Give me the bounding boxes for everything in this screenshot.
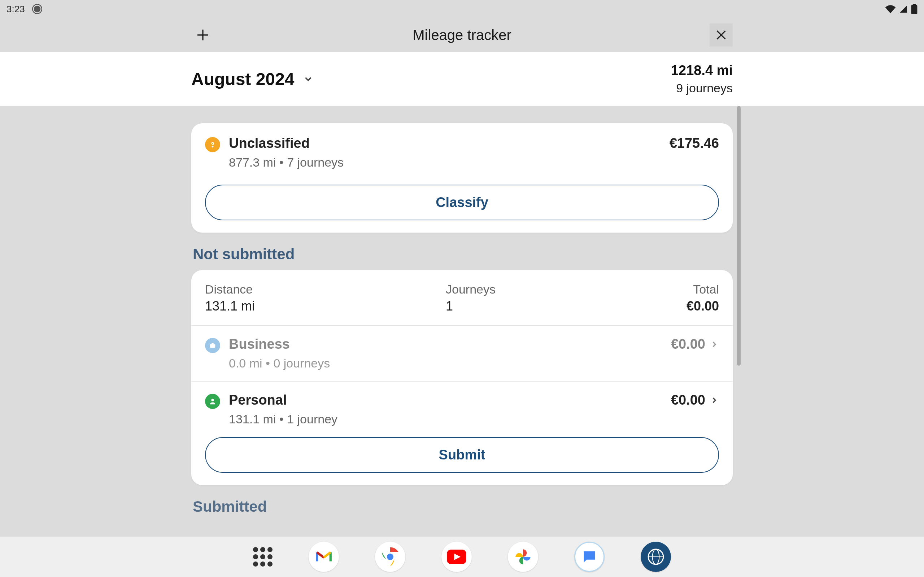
- month-label: August 2024: [191, 69, 294, 89]
- svg-rect-1: [911, 5, 918, 14]
- personal-row[interactable]: Personal 131.1 mi • 1 journey €0.00: [205, 392, 719, 426]
- chevron-right-icon: [709, 396, 719, 405]
- chevron-down-icon: [303, 74, 313, 84]
- classify-button[interactable]: Classify: [205, 185, 719, 220]
- not-submitted-card: Distance 131.1 mi Journeys 1 Total €0.00: [191, 270, 733, 485]
- not-submitted-heading: Not submitted: [193, 246, 733, 263]
- business-amount: €0.00: [671, 337, 705, 352]
- unclassified-amount: €175.46: [670, 135, 719, 151]
- question-icon: [205, 137, 220, 152]
- app-drawer-icon[interactable]: [253, 547, 273, 567]
- svg-point-10: [211, 399, 214, 401]
- personal-subtitle: 131.1 mi • 1 journey: [229, 412, 338, 426]
- signal-icon: [899, 5, 908, 13]
- business-title: Business: [229, 337, 330, 352]
- total-label: Total: [687, 282, 719, 297]
- journeys-label: Journeys: [446, 282, 496, 297]
- close-button[interactable]: [709, 23, 733, 47]
- gmail-icon[interactable]: [309, 542, 339, 572]
- divider: [191, 325, 733, 326]
- briefcase-icon: [205, 338, 220, 353]
- unclassified-card: Unclassified 877.3 mi • 7 journeys €175.…: [191, 123, 733, 233]
- status-time: 3:23: [6, 3, 25, 15]
- submit-button[interactable]: Submit: [205, 437, 719, 473]
- total-value: €0.00: [687, 298, 719, 314]
- divider: [191, 381, 733, 382]
- wifi-icon: [885, 5, 896, 13]
- svg-point-13: [386, 553, 394, 561]
- summary-journeys: 9 journeys: [671, 81, 733, 95]
- photos-icon[interactable]: [508, 542, 538, 572]
- svg-point-7: [212, 146, 213, 147]
- unclassified-title: Unclassified: [229, 135, 344, 151]
- battery-icon: [911, 4, 918, 14]
- distance-label: Distance: [205, 282, 255, 297]
- personal-title: Personal: [229, 392, 338, 408]
- svg-point-0: [33, 5, 41, 13]
- status-app-icon: [32, 4, 42, 14]
- scrollbar[interactable]: [737, 106, 741, 366]
- journeys-value: 1: [446, 298, 496, 314]
- app-bar: Mileage tracker: [0, 18, 924, 52]
- business-row[interactable]: Business 0.0 mi • 0 journeys €0.00: [205, 337, 719, 371]
- summary-header: August 2024 1218.4 mi 9 journeys: [0, 52, 924, 106]
- person-icon: [205, 394, 220, 409]
- svg-rect-2: [913, 4, 916, 5]
- app-icon[interactable]: [641, 542, 671, 572]
- month-selector[interactable]: August 2024: [191, 69, 313, 89]
- distance-value: 131.1 mi: [205, 298, 255, 314]
- unclassified-subtitle: 877.3 mi • 7 journeys: [229, 155, 344, 169]
- app-title: Mileage tracker: [412, 27, 511, 43]
- summary-miles: 1218.4 mi: [671, 63, 733, 78]
- personal-amount: €0.00: [671, 392, 705, 408]
- chevron-right-icon: [709, 340, 719, 349]
- android-status-bar: 3:23: [0, 0, 924, 18]
- business-subtitle: 0.0 mi • 0 journeys: [229, 356, 330, 371]
- youtube-icon[interactable]: [441, 542, 472, 572]
- scroll-area[interactable]: Unclassified 877.3 mi • 7 journeys €175.…: [0, 106, 924, 537]
- submitted-heading: Submitted: [193, 498, 733, 515]
- svg-rect-9: [212, 343, 214, 345]
- messages-icon[interactable]: [574, 542, 604, 572]
- chrome-icon[interactable]: [375, 542, 405, 572]
- add-button[interactable]: [191, 23, 215, 47]
- svg-rect-8: [210, 344, 215, 348]
- android-dock: [0, 537, 924, 577]
